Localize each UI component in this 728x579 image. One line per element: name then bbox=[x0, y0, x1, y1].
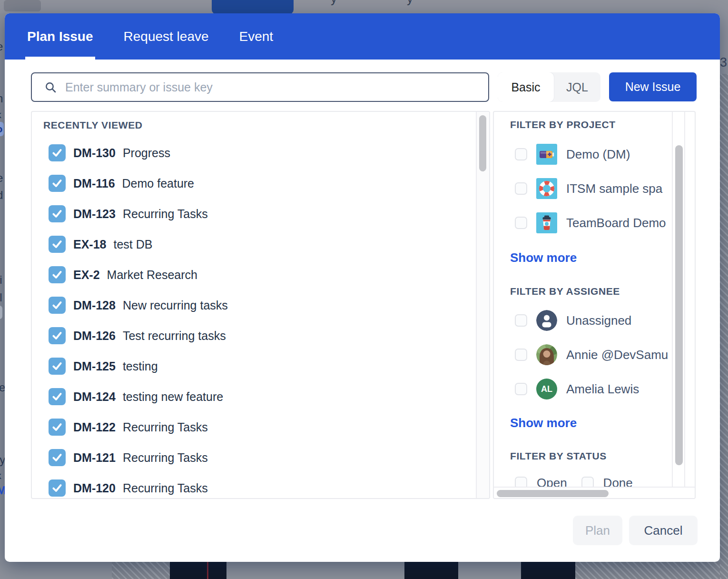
project-checkbox[interactable] bbox=[515, 217, 527, 229]
status-checkbox-open[interactable] bbox=[515, 477, 527, 487]
coffee-cup-avatar-icon bbox=[536, 212, 557, 233]
issue-row[interactable]: DM-116 Demo feature bbox=[49, 168, 194, 199]
vertical-scrollbar[interactable] bbox=[476, 112, 489, 498]
issue-row[interactable]: DM-128 New recurring tasks bbox=[49, 290, 228, 320]
project-checkbox[interactable] bbox=[515, 182, 527, 195]
issue-key: EX-18 bbox=[73, 238, 106, 251]
search-input[interactable] bbox=[64, 80, 473, 95]
issue-row[interactable]: DM-120 Recurring Tasks bbox=[49, 473, 208, 499]
background-tab-fragment bbox=[4, 0, 41, 11]
background-right-strip: 3 bbox=[720, 13, 728, 579]
assignee-checkbox[interactable] bbox=[515, 314, 527, 327]
background-hatch bbox=[720, 74, 728, 579]
issue-checkbox-checked[interactable] bbox=[49, 449, 66, 466]
issue-checkbox-checked[interactable] bbox=[49, 358, 66, 375]
issue-key: DM-122 bbox=[73, 420, 116, 434]
issue-checkbox-checked[interactable] bbox=[49, 205, 66, 222]
background-hatch bbox=[575, 562, 720, 579]
background-button-fragment bbox=[212, 0, 294, 13]
check-icon bbox=[51, 177, 63, 190]
filters-content: FILTER BY PROJECT Demo (DM) bbox=[494, 112, 671, 487]
issue-summary: Test recurring tasks bbox=[123, 329, 226, 343]
issue-checkbox-checked[interactable] bbox=[49, 388, 66, 405]
issue-row[interactable]: DM-126 Test recurring tasks bbox=[49, 320, 226, 351]
check-icon bbox=[51, 421, 63, 433]
issue-summary: test DB bbox=[113, 238, 152, 251]
issue-summary: Recurring Tasks bbox=[123, 481, 208, 495]
status-checkbox-done[interactable] bbox=[581, 477, 594, 487]
unassigned-person-icon bbox=[536, 310, 557, 331]
issue-key: DM-125 bbox=[73, 359, 116, 373]
issue-row[interactable]: DM-125 testing bbox=[49, 351, 158, 381]
issue-key: DM-126 bbox=[73, 329, 116, 343]
issue-row[interactable]: DM-123 Recurring Tasks bbox=[49, 199, 208, 229]
issue-row[interactable]: DM-121 Recurring Tasks bbox=[49, 442, 208, 473]
issue-summary: Market Research bbox=[107, 268, 197, 282]
tab-event[interactable]: Event bbox=[239, 13, 274, 60]
background-calendar-cell bbox=[521, 562, 575, 579]
assignee-name: Amelia Lewis bbox=[566, 382, 639, 397]
assignee-checkbox[interactable] bbox=[515, 349, 527, 361]
issue-checkbox-checked[interactable] bbox=[49, 236, 66, 253]
assignee-row[interactable]: AL Amelia Lewis bbox=[515, 372, 639, 406]
issue-checkbox-checked[interactable] bbox=[49, 327, 66, 344]
plan-button[interactable]: Plan bbox=[573, 516, 622, 545]
query-mode-toggle: Basic JQL bbox=[498, 72, 600, 102]
issue-checkbox-checked[interactable] bbox=[49, 479, 66, 497]
search-icon bbox=[44, 81, 57, 94]
issue-row[interactable]: EX-2 Market Research bbox=[49, 260, 197, 290]
status-label-done: Done bbox=[603, 476, 633, 487]
issue-checkbox-checked[interactable] bbox=[49, 266, 66, 283]
project-row[interactable]: Demo (DM) bbox=[515, 137, 630, 171]
issue-row[interactable]: DM-122 Recurring Tasks bbox=[49, 412, 208, 442]
issue-row[interactable]: EX-18 test DB bbox=[49, 229, 152, 260]
basic-mode-button[interactable]: Basic bbox=[498, 72, 554, 102]
cancel-button[interactable]: Cancel bbox=[629, 516, 698, 545]
show-more-projects-link[interactable]: Show more bbox=[510, 250, 577, 265]
scrollbar-thumb[interactable] bbox=[497, 490, 609, 497]
background-hatch bbox=[112, 562, 170, 579]
status-label-open: Open bbox=[537, 476, 567, 487]
status-row: Open Done bbox=[515, 466, 633, 487]
issue-search-box bbox=[31, 72, 489, 102]
issue-checkbox-checked[interactable] bbox=[49, 144, 66, 161]
issue-checkbox-checked[interactable] bbox=[49, 175, 66, 192]
issue-key: DM-128 bbox=[73, 299, 116, 312]
check-icon bbox=[51, 360, 63, 372]
show-more-assignees-link[interactable]: Show more bbox=[510, 416, 577, 430]
project-row[interactable]: ITSM sample spa bbox=[515, 171, 662, 206]
tab-plan-issue[interactable]: Plan Issue bbox=[27, 13, 93, 60]
background-text-fragment: e bbox=[0, 40, 3, 53]
background-text-fragment: M bbox=[0, 484, 5, 497]
background-text-fragment: d bbox=[0, 189, 3, 202]
issue-key: DM-121 bbox=[73, 451, 116, 465]
issue-summary: Progress bbox=[123, 146, 170, 160]
assignee-row[interactable]: Annie @DevSamu bbox=[515, 338, 668, 372]
horizontal-scrollbar[interactable] bbox=[494, 487, 695, 499]
check-icon bbox=[51, 238, 63, 250]
issue-row[interactable]: DM-130 Progress bbox=[49, 138, 170, 168]
issue-key: DM-116 bbox=[73, 177, 115, 190]
check-icon bbox=[51, 451, 63, 464]
check-icon bbox=[51, 208, 63, 220]
check-icon bbox=[51, 299, 63, 311]
assignee-row[interactable]: Unassigned bbox=[515, 303, 631, 338]
issue-checkbox-checked[interactable] bbox=[49, 419, 66, 436]
jql-mode-button[interactable]: JQL bbox=[554, 72, 600, 102]
assignee-checkbox[interactable] bbox=[515, 383, 527, 395]
scrollbar-thumb[interactable] bbox=[479, 115, 486, 171]
project-row[interactable]: TeamBoard Demo bbox=[515, 206, 666, 240]
background-text-fragment: ke bbox=[0, 381, 5, 394]
issue-checkbox-checked[interactable] bbox=[49, 297, 66, 314]
vertical-scrollbar[interactable] bbox=[672, 112, 685, 487]
new-issue-button[interactable]: New Issue bbox=[609, 72, 697, 101]
issue-summary: Recurring Tasks bbox=[123, 451, 208, 465]
project-checkbox[interactable] bbox=[515, 148, 527, 160]
tab-request-leave[interactable]: Request leave bbox=[124, 13, 209, 60]
background-pill-fragment: o bbox=[0, 122, 4, 136]
check-icon bbox=[51, 329, 63, 342]
scrollbar-thumb[interactable] bbox=[675, 145, 683, 465]
issue-summary: testing bbox=[123, 359, 158, 373]
issue-row[interactable]: DM-124 testing new feature bbox=[49, 381, 223, 412]
check-icon bbox=[51, 147, 63, 159]
